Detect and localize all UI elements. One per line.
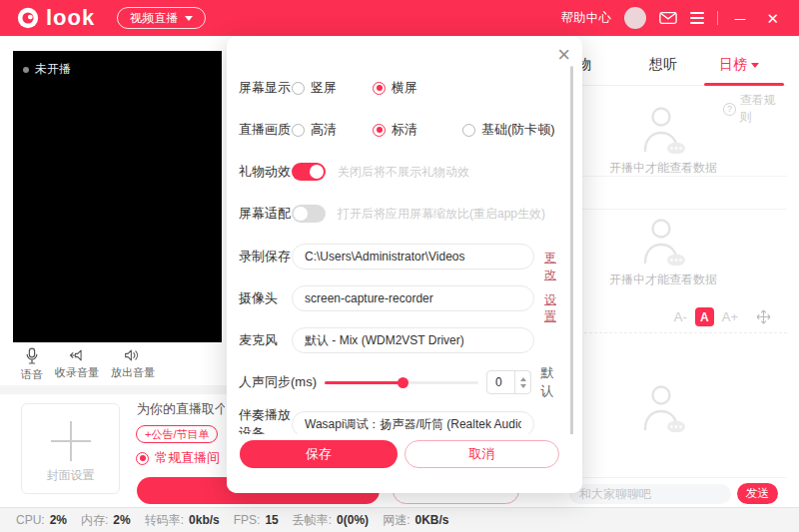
title-bar: look 视频直播 帮助中心 ─ ✕ (0, 0, 799, 36)
screen-display-row: 屏幕显示 竖屏 横屏 (239, 74, 564, 102)
plus-icon (70, 421, 72, 461)
send-button[interactable]: 发送 (737, 483, 778, 504)
record-save-label: 录制保存 (239, 248, 292, 266)
help-center-link[interactable]: 帮助中心 (561, 10, 611, 27)
stat-memory: 内存: 2% (81, 512, 131, 529)
avatar[interactable] (624, 7, 646, 29)
record-save-input[interactable] (292, 244, 534, 269)
microphone-row: 麦克风 (239, 326, 564, 354)
voice-control[interactable]: 语音 (21, 344, 43, 382)
person-bubble-icon (637, 218, 689, 266)
audio-controls-bar: 语音 收录音量 放出音量 (13, 344, 222, 384)
radio-portrait[interactable]: 竖屏 (292, 79, 337, 97)
empty-hint-text: 开播中才能查看数据 (609, 160, 717, 177)
gift-effects-row: 礼物动效 关闭后将不展示礼物动效 (239, 158, 564, 186)
microphone-input[interactable] (292, 327, 534, 353)
record-volume-control[interactable]: 收录音量 (55, 344, 99, 380)
screen-fit-hint: 打开后将应用屏幕缩放比(重启app生效) (338, 206, 545, 223)
status-bar: CPU: 2% 内存: 2% 转码率: 0kb/s FPS: 15 丢帧率: 0… (0, 507, 799, 532)
camera-settings-link[interactable]: 设置 (544, 291, 564, 325)
gift-effects-toggle[interactable] (292, 163, 326, 181)
toggle-knob (310, 165, 324, 179)
microphone-icon (25, 347, 39, 365)
stat-cpu: CPU: 2% (16, 513, 67, 527)
voice-sync-default: 默认 (540, 364, 564, 400)
cancel-button[interactable]: 取消 (404, 440, 559, 468)
header-divider (717, 11, 718, 25)
cover-upload-box[interactable]: 封面设置 (21, 403, 120, 494)
minimize-button[interactable]: ─ (731, 9, 750, 28)
radio-landscape[interactable]: 横屏 (373, 79, 417, 97)
stream-mode-dropdown[interactable]: 视频直播 (117, 7, 206, 29)
radio-selected-icon (373, 82, 386, 95)
live-status-badge: 未开播 (23, 61, 71, 78)
stat-network-speed: 网速: 0KB/s (383, 512, 448, 529)
record-save-row: 录制保存 更改 (239, 243, 564, 270)
gift-effects-hint: 关闭后将不展示礼物动效 (338, 164, 469, 181)
person-bubble-icon (637, 384, 689, 432)
slider-thumb[interactable] (398, 377, 408, 388)
spinner-buttons (514, 371, 530, 393)
window-close-button[interactable]: ✕ (762, 9, 783, 28)
microphone-label: 麦克风 (239, 331, 292, 349)
radio-selected-icon (136, 452, 149, 465)
move-icon[interactable] (756, 309, 771, 324)
radio-sd[interactable]: 标清 (373, 121, 417, 139)
room-type-radio[interactable]: 常规直播间 (136, 449, 220, 467)
live-status-text: 未开播 (35, 61, 71, 78)
look-logo-icon (16, 6, 40, 30)
speaker-in-icon (68, 347, 86, 363)
stream-mode-label: 视频直播 (130, 10, 178, 27)
status-dot-icon (23, 67, 29, 73)
tab-daily-rank[interactable]: 日榜 (719, 56, 759, 74)
font-current-button[interactable]: A (695, 307, 714, 326)
output-volume-control[interactable]: 放出音量 (111, 344, 155, 380)
announcement-button[interactable]: +公告/节目单 (136, 425, 218, 443)
spinner-down-icon[interactable] (520, 384, 526, 388)
record-volume-label: 收录音量 (55, 365, 99, 380)
mail-icon[interactable] (659, 11, 677, 25)
stream-title-placeholder[interactable]: 为你的直播取个好 (137, 400, 225, 418)
spinner-up-icon[interactable] (520, 377, 526, 381)
screen-fit-toggle[interactable] (292, 205, 326, 223)
screen-display-label: 屏幕显示 (239, 79, 292, 97)
radio-icon (292, 82, 305, 95)
camera-row: 摄像头 设置 (239, 284, 564, 312)
font-increase-button[interactable]: A+ (722, 309, 738, 324)
font-decrease-button[interactable]: A- (674, 309, 687, 324)
change-path-link[interactable]: 更改 (544, 250, 564, 283)
voice-sync-value[interactable]: 0 (487, 375, 514, 389)
chat-input[interactable] (569, 484, 731, 504)
voice-sync-label: 人声同步(ms) (239, 373, 323, 391)
camera-input[interactable] (292, 285, 534, 311)
stat-dropped-frames: 丢帧率: 0(0%) (293, 512, 369, 529)
logo-text: look (46, 5, 95, 31)
quality-label: 直播画质 (239, 121, 292, 139)
cover-label: 封面设置 (22, 467, 119, 484)
radio-selected-icon (373, 124, 386, 137)
app-window: look 视频直播 帮助中心 ─ ✕ 未开播 (0, 0, 799, 532)
active-tab-indicator (704, 83, 784, 86)
modal-scrollbar[interactable] (570, 66, 573, 463)
voice-sync-row: 人声同步(ms) 0 默认 (239, 368, 564, 396)
stat-bitrate: 转码率: 0kb/s (145, 512, 220, 529)
voice-sync-slider[interactable] (325, 381, 478, 384)
save-button[interactable]: 保存 (240, 440, 398, 468)
voice-label: 语音 (21, 367, 43, 382)
menu-icon[interactable] (690, 12, 704, 24)
camera-label: 摄像头 (239, 289, 292, 307)
screen-fit-row: 屏幕适配 打开后将应用屏幕缩放比(重启app生效) (239, 200, 564, 228)
radio-basic[interactable]: 基础(防卡顿) (462, 121, 555, 139)
quality-row: 直播画质 高清 标清 基础(防卡顿) (239, 116, 564, 144)
slider-fill (325, 381, 402, 384)
voice-sync-spinner: 0 (486, 370, 531, 394)
radio-hd[interactable]: 高清 (292, 121, 337, 139)
radio-icon (292, 124, 305, 137)
tab-daily-rank-label: 日榜 (719, 56, 747, 74)
stat-fps: FPS: 15 (234, 513, 279, 527)
screen-fit-label: 屏幕适配 (239, 205, 292, 223)
tab-wishlist[interactable]: 想听 (649, 56, 677, 74)
toggle-knob (294, 207, 308, 221)
close-icon[interactable]: × (557, 44, 570, 66)
modal-footer: 保存 取消 (227, 434, 582, 493)
